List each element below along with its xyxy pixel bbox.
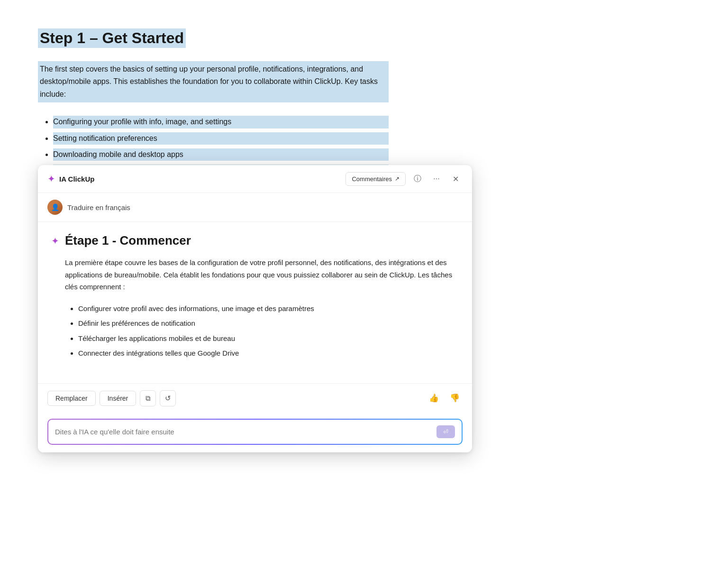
insert-button[interactable]: Insérer [100,391,136,406]
list-item: Configuring your profile with info, imag… [53,116,389,128]
modal-header: ✦ IA ClickUp Commentaires ↗ ⓘ ··· ✕ [38,165,472,193]
thumbup-button[interactable]: 👍 [426,390,442,406]
copy-icon: ⧉ [145,394,151,403]
info-button[interactable]: ⓘ [410,172,425,186]
modal-header-left: ✦ IA ClickUp [47,173,94,184]
ai-modal: ✦ IA ClickUp Commentaires ↗ ⓘ ··· ✕ 👤 Tr… [38,165,472,452]
external-link-icon: ↗ [395,175,400,182]
send-button[interactable]: ⏎ [436,425,455,438]
translated-intro: La première étape couvre les bases de la… [65,257,459,293]
avatar: 👤 [47,200,63,215]
close-icon: ✕ [453,175,459,184]
user-action-row: 👤 Traduire en français [38,193,472,222]
input-inner: ⏎ [48,420,462,444]
action-label: Traduire en français [67,203,130,211]
refresh-icon: ↺ [165,394,171,403]
ai-sparkle-icon: ✦ [51,235,59,247]
footer-right: 👍 👎 [426,390,463,406]
modal-body: ✦ Étape 1 - Commencer La première étape … [38,222,472,383]
translated-title: Étape 1 - Commencer [65,233,459,248]
input-row: ⏎ [38,413,472,452]
footer-left: Remplacer Insérer ⧉ ↺ [47,390,176,406]
refresh-button[interactable]: ↺ [160,390,176,406]
list-item: Setting notification preferences [53,132,389,145]
more-icon: ··· [433,175,439,183]
copy-button[interactable]: ⧉ [140,390,156,406]
send-icon: ⏎ [443,428,448,435]
more-options-button[interactable]: ··· [429,172,444,186]
thumbup-icon: 👍 [429,393,439,403]
modal-footer: Remplacer Insérer ⧉ ↺ 👍 👎 [38,383,472,413]
translated-list-item: Télécharger les applications mobiles et … [78,332,459,345]
thumbdown-button[interactable]: 👎 [446,390,463,406]
translated-list-item: Définir les préférences de notification [78,317,459,330]
comments-button[interactable]: Commentaires ↗ [345,172,406,186]
modal-title: IA ClickUp [59,175,94,183]
input-wrapper: ⏎ [47,419,463,445]
thumbdown-icon: 👎 [450,393,460,403]
translated-list-item: Connecter des intégrations telles que Go… [78,347,459,359]
translated-list: Configurer votre profil avec des informa… [65,303,459,359]
translated-list-item: Configurer votre profil avec des informa… [78,303,459,315]
list-item: Downloading mobile and desktop apps [53,148,389,161]
doc-title: Step 1 – Get Started [38,28,186,48]
close-button[interactable]: ✕ [448,172,463,186]
modal-header-right: Commentaires ↗ ⓘ ··· ✕ [345,172,463,186]
doc-intro: The first step covers the basics of sett… [38,61,389,102]
ai-sparkle-row: ✦ Étape 1 - Commencer La première étape … [51,233,459,364]
info-icon: ⓘ [414,174,421,184]
ai-input[interactable] [55,428,432,436]
sparkle-icon: ✦ [47,173,55,184]
replace-button[interactable]: Remplacer [47,391,96,406]
translated-content: Étape 1 - Commencer La première étape co… [65,233,459,364]
